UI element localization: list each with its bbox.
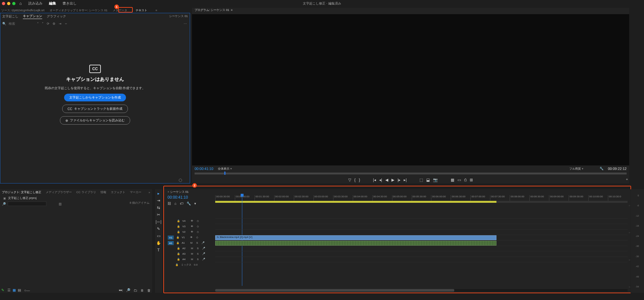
freeform-view-icon[interactable]: ▤ bbox=[18, 288, 21, 292]
hand-tool-icon[interactable]: ✋ bbox=[156, 241, 161, 245]
search-icon[interactable]: 🔍 bbox=[2, 22, 6, 25]
sync-lock-icon[interactable]: ◇ bbox=[196, 220, 200, 222]
sync-lock-icon[interactable]: ◇ bbox=[196, 230, 200, 233]
tab-edit[interactable]: 編集 bbox=[49, 1, 56, 6]
track-header-v4[interactable]: 🔒V4👁◇ bbox=[166, 218, 214, 224]
sync-lock-icon[interactable]: ◇ bbox=[196, 225, 200, 228]
tab-markers[interactable]: マーカー bbox=[130, 190, 141, 194]
solo-icon[interactable]: S bbox=[195, 241, 199, 244]
clip-audio[interactable] bbox=[215, 241, 496, 246]
lift-icon[interactable]: ⬚ bbox=[419, 178, 423, 182]
write-icon[interactable]: ✎ bbox=[1, 288, 4, 292]
lock-icon[interactable]: 🔒 bbox=[175, 263, 178, 266]
mute-icon[interactable]: M bbox=[190, 258, 194, 261]
clip-area[interactable]: fxBlackreview.mp4 [2].mp4 [V] bbox=[215, 218, 628, 267]
mark-out-icon[interactable]: } bbox=[359, 178, 360, 182]
mark-in-icon[interactable]: { bbox=[354, 178, 356, 182]
lock-icon[interactable]: 🔒 bbox=[177, 230, 180, 233]
tab-import[interactable]: 読み込み bbox=[28, 1, 43, 6]
timeline-timecode[interactable]: 00:00:41:10 bbox=[168, 195, 188, 200]
list-view-icon[interactable]: ☰ bbox=[7, 288, 11, 292]
program-quality-select[interactable]: フル画質 bbox=[569, 167, 583, 171]
workarea-bar[interactable] bbox=[215, 201, 496, 203]
subtab-graphics[interactable]: グラフィック bbox=[47, 14, 66, 19]
track-v4[interactable] bbox=[215, 218, 628, 224]
maximize-window[interactable] bbox=[12, 2, 15, 5]
source-patch[interactable]: V1 bbox=[168, 235, 174, 240]
tab-project[interactable]: プロジェクト: 文字起こし修正 bbox=[2, 190, 41, 194]
lock-icon[interactable]: 🔒 bbox=[177, 252, 180, 255]
settings-wrench-icon[interactable]: 🔧 bbox=[187, 202, 191, 206]
step-back-icon[interactable]: ◂| bbox=[379, 178, 382, 182]
project-bin[interactable]: ▣ 文字起こし修正.prproj bbox=[0, 195, 152, 201]
v-zoom-handle[interactable]: ○ bbox=[629, 231, 630, 234]
program-timecode-current[interactable]: 00:00:41:10 bbox=[195, 167, 213, 171]
subtab-transcript[interactable]: 文字起こし bbox=[2, 14, 18, 19]
import-caption-file-button[interactable]: ⊕ ファイルからキャプションを読み込む bbox=[60, 116, 130, 125]
chevron-up-icon[interactable]: ˄ bbox=[37, 22, 39, 25]
source-patch[interactable]: A1 bbox=[168, 241, 174, 245]
play-reverse-icon[interactable]: ◀ bbox=[385, 178, 388, 182]
more-icon[interactable]: ⋯ bbox=[184, 22, 187, 25]
step-forward-icon[interactable]: |▸ bbox=[398, 178, 400, 182]
find-icon[interactable]: 🔎 bbox=[126, 288, 130, 292]
comparison-view-icon[interactable]: ▦ bbox=[451, 178, 454, 182]
selection-tool-icon[interactable]: ▸ bbox=[158, 191, 159, 196]
search-input[interactable] bbox=[9, 22, 28, 25]
program-viewer[interactable] bbox=[192, 14, 629, 165]
refresh-icon[interactable]: ⟳ bbox=[47, 22, 49, 25]
project-tabs-overflow-icon[interactable]: » bbox=[149, 191, 150, 194]
tab-audio-mixer[interactable]: オーディオクリップミキサー: シーケンス 01 bbox=[50, 8, 108, 13]
mix-track-header[interactable]: 🔒ミックス0.0 bbox=[166, 262, 214, 267]
play-icon[interactable]: ▶ bbox=[391, 178, 394, 182]
eye-icon[interactable]: 👁 bbox=[189, 236, 193, 239]
program-tab-menu-icon[interactable]: ≡ bbox=[231, 8, 233, 12]
eye-icon[interactable]: 👁 bbox=[190, 225, 194, 228]
new-item-icon[interactable]: 🗎 bbox=[140, 288, 144, 292]
sync-lock-icon[interactable]: ◇ bbox=[195, 236, 199, 239]
mute-icon[interactable]: M bbox=[190, 252, 194, 255]
program-scrubber-playhead[interactable] bbox=[224, 172, 226, 175]
linked-selection-icon[interactable]: ⌂ bbox=[174, 202, 177, 206]
track-header-v1[interactable]: V1🔒V1👁◇ bbox=[166, 235, 214, 240]
voiceover-icon[interactable]: 🎤 bbox=[202, 252, 206, 255]
panel-resize-handle[interactable] bbox=[179, 179, 182, 182]
track-mix[interactable] bbox=[215, 262, 628, 267]
go-to-in-icon[interactable]: |◂ bbox=[373, 178, 376, 182]
close-window[interactable] bbox=[2, 2, 5, 5]
subtab-caption[interactable]: キャプション bbox=[23, 14, 42, 19]
chevron-down-icon[interactable]: ˅ bbox=[42, 22, 43, 25]
create-caption-from-transcript-button[interactable]: 文字起こしからキャプションを作成 bbox=[64, 94, 126, 101]
mute-icon[interactable]: M bbox=[190, 247, 194, 250]
tab-source[interactable]: ソース: t2pt62xtcgmfvdfv1oqlk.srt bbox=[1, 8, 44, 13]
new-bin-icon[interactable]: 🗀 bbox=[134, 288, 137, 292]
track-header-a4[interactable]: 🔒A4MS🎤 bbox=[166, 257, 214, 262]
extract-icon[interactable]: ⬓ bbox=[426, 178, 430, 182]
tab-effects[interactable]: エフェクト bbox=[111, 190, 125, 194]
icon-view-icon[interactable]: ▦ bbox=[13, 288, 16, 292]
snap-icon[interactable]: ⛓ bbox=[168, 202, 171, 206]
track-v1[interactable]: fxBlackreview.mp4 [2].mp4 [V] bbox=[215, 235, 628, 240]
solo-icon[interactable]: S bbox=[196, 258, 200, 261]
home-icon[interactable]: ⌂ bbox=[19, 1, 22, 6]
solo-icon[interactable]: S bbox=[196, 247, 200, 250]
ripple-edit-tool-icon[interactable]: ⇆ bbox=[157, 205, 160, 210]
automate-to-sequence-icon[interactable]: ■■| bbox=[119, 289, 123, 292]
track-a4[interactable] bbox=[215, 257, 628, 262]
add-marker-icon[interactable]: ▽ bbox=[348, 178, 351, 182]
slip-tool-icon[interactable]: |↔| bbox=[156, 220, 161, 224]
tab-info[interactable]: 情報 bbox=[101, 190, 106, 194]
eye-icon[interactable]: 👁 bbox=[190, 220, 194, 222]
track-select-tool-icon[interactable]: ⇥ bbox=[157, 198, 160, 203]
voiceover-icon[interactable]: 🎤 bbox=[201, 241, 205, 244]
tab-text-menu-icon[interactable]: ≡ bbox=[156, 9, 157, 12]
lock-icon[interactable]: 🔒 bbox=[176, 236, 180, 239]
tab-text[interactable]: テキスト bbox=[132, 8, 150, 13]
minimize-window[interactable] bbox=[7, 2, 10, 5]
go-to-out-icon[interactable]: ▸| bbox=[404, 178, 407, 182]
filter-search-icon[interactable]: 🔎 bbox=[2, 202, 6, 206]
vr-icon[interactable]: ⊞ bbox=[470, 178, 473, 182]
lock-icon[interactable]: 🔒 bbox=[177, 220, 180, 222]
export-frame-icon[interactable]: 📷 bbox=[433, 178, 438, 182]
caption-track-icon[interactable]: ▾ bbox=[194, 202, 196, 206]
